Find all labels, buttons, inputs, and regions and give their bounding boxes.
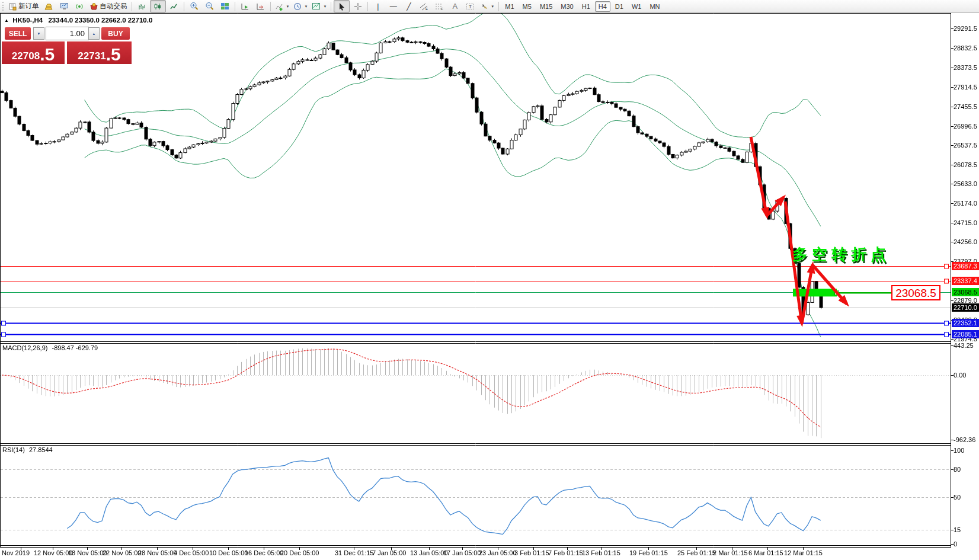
price-tag: 23337.4 [952, 277, 979, 285]
price-tag: 22085.1 [952, 330, 979, 338]
timeframe-button-m1[interactable]: M1 [501, 1, 517, 12]
bar-chart-button[interactable] [135, 1, 149, 12]
macd-axis-label: 443.25 [954, 342, 974, 349]
zoom-out-button[interactable] [202, 1, 217, 12]
buy-button[interactable]: BUY [101, 27, 130, 40]
tile-windows-button[interactable] [217, 1, 232, 12]
auto-scroll-button[interactable] [238, 1, 252, 12]
timeframe-button-m30[interactable]: M30 [557, 1, 577, 12]
volume-input[interactable]: 1.00 [46, 27, 89, 40]
time-axis-label: 20 Dec 05:00 [280, 549, 319, 556]
time-axis-label: 13 Jan 05:00 [410, 549, 448, 556]
signal-button[interactable] [72, 1, 87, 12]
line-chart-icon [169, 2, 178, 11]
price-axis-label: 26996.5 [954, 123, 977, 130]
signal-icon [75, 2, 84, 11]
new-order-icon [9, 2, 17, 11]
new-order-button[interactable]: 新订单 [7, 1, 41, 12]
zoom-in-icon [190, 2, 199, 11]
market-watch-button[interactable] [57, 1, 72, 12]
price-axis-label: 25633.0 [954, 180, 977, 187]
candlestick-chart-button[interactable] [150, 0, 166, 12]
timeframe-button-h1[interactable]: H1 [578, 1, 594, 12]
chevron-down-icon: ▼ [323, 5, 327, 8]
volume-increase-button[interactable]: ▲ [88, 27, 100, 40]
crosshair-tool-button[interactable] [350, 1, 365, 12]
time-axis-label: Nov 2019 [2, 549, 30, 556]
sell-button[interactable]: SELL [5, 27, 31, 40]
sell-price-dec: .5 [40, 47, 55, 62]
vertical-line-tool-button[interactable]: | [370, 1, 385, 12]
line-chart-button[interactable] [167, 1, 181, 12]
timeframe-button-d1[interactable]: D1 [612, 1, 627, 12]
timeframe-button-mn[interactable]: MN [646, 1, 663, 12]
toolbar-separator [132, 2, 132, 11]
timeframe-button-m5[interactable]: M5 [519, 1, 535, 12]
market-watch-icon [60, 2, 69, 10]
time-axis-label: 31 Dec 01:15 [335, 549, 373, 556]
autotrading-button[interactable]: 自动交易 [88, 1, 129, 12]
gold-button[interactable] [41, 1, 56, 12]
new-order-label: 新订单 [18, 2, 39, 11]
indicators-button[interactable]: ▼ [273, 1, 292, 12]
time-axis-label: 22 Nov 05:00 [103, 549, 141, 556]
rsi-label: RSI(14) 27.8544 [2, 446, 53, 453]
toolbar-separator [235, 2, 235, 11]
sell-price-panel[interactable]: 22708 .5 [2, 41, 65, 64]
templates-icon [312, 2, 321, 10]
price-axis-label: 28373.5 [954, 64, 977, 71]
time-axis-label: 23 Jan 05:00 [479, 549, 517, 556]
autotrading-icon [89, 2, 98, 11]
symbol-triangle-icon: ▲ [4, 18, 9, 23]
timeframe-button-m15[interactable]: M15 [536, 1, 556, 12]
autotrading-label: 自动交易 [100, 2, 127, 11]
label-tool-button[interactable]: T [463, 1, 478, 12]
chart-canvas[interactable] [0, 0, 979, 560]
toolbar-separator [498, 2, 499, 11]
one-click-trading-panel: SELL ▼ 1.00 ▲ BUY 22708 .5 22731 .5 [2, 26, 132, 64]
volume-decrease-button[interactable]: ▼ [33, 27, 44, 40]
indicators-icon [275, 2, 284, 11]
price-tag: 22352.1 [952, 319, 979, 327]
text-icon: A [453, 2, 458, 11]
fibonacci-tool-button[interactable]: F [432, 1, 447, 12]
rsi-axis-label: 100 [954, 447, 964, 454]
templates-button[interactable]: ▼ [310, 1, 328, 12]
clock-icon [293, 2, 302, 11]
zoom-in-button[interactable] [187, 1, 201, 12]
price-axis-label: 24715.0 [954, 219, 977, 226]
timeframe-button-h4[interactable]: H4 [595, 1, 610, 12]
cursor-tool-button[interactable] [334, 0, 350, 12]
timeframe-button-w1[interactable]: W1 [628, 1, 645, 12]
toolbar: 新订单 自动交易 [0, 0, 979, 13]
price-axis-label: 25174.0 [954, 200, 977, 207]
ohlc-values: 23344.0 23350.0 22662.0 22710.0 [48, 17, 152, 24]
time-axis-label: 7 Jan 05:00 [372, 549, 407, 556]
arrows-tool-button[interactable]: ▼ [478, 1, 496, 12]
rsi-axis-label: 15 [954, 526, 961, 533]
vertical-line-icon: | [377, 2, 379, 11]
price-annotation-box[interactable]: 23068.5 [891, 285, 940, 300]
toolbar-separator [270, 2, 271, 11]
time-axis-label: 13 Feb 01:15 [582, 549, 620, 556]
horizontal-line-tool-button[interactable]: — [386, 1, 401, 12]
trendline-tool-button[interactable]: ╱ [401, 1, 416, 12]
time-axis-label: 7 Feb 01:15 [548, 549, 583, 556]
text-tool-button[interactable]: A [447, 1, 462, 12]
svg-text:F: F [441, 7, 443, 11]
buy-price-panel[interactable]: 22731 .5 [67, 41, 132, 64]
rsi-axis-label: 0 [954, 540, 957, 548]
chevron-down-icon: ▼ [304, 5, 308, 8]
mt4-terminal: 新订单 自动交易 [0, 0, 979, 560]
symbol-period-label: HK50-,H4 [12, 17, 43, 24]
crosshair-icon [354, 2, 362, 11]
price-axis-label: 29291.5 [954, 25, 977, 32]
price-axis-label: 27455.5 [954, 103, 977, 110]
time-axis-label: 3 Feb 01:15 [514, 549, 549, 556]
periods-button[interactable]: ▼ [292, 1, 309, 12]
time-axis-label: 16 Dec 05:00 [245, 549, 283, 556]
channel-tool-button[interactable]: E [417, 1, 431, 12]
fibonacci-icon: F [435, 2, 444, 11]
chart-shift-button[interactable] [253, 1, 268, 12]
toolbar-separator [367, 2, 368, 11]
